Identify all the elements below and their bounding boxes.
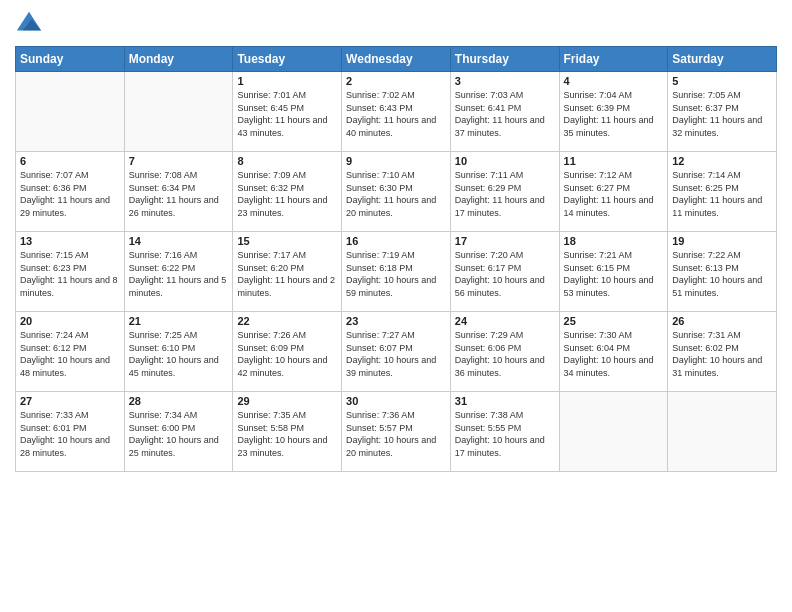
day-number: 14 <box>129 235 229 247</box>
day-number: 15 <box>237 235 337 247</box>
day-number: 27 <box>20 395 120 407</box>
day-info: Sunrise: 7:26 AMSunset: 6:09 PMDaylight:… <box>237 329 337 379</box>
calendar-day-cell: 17Sunrise: 7:20 AMSunset: 6:17 PMDayligh… <box>450 232 559 312</box>
day-info: Sunrise: 7:27 AMSunset: 6:07 PMDaylight:… <box>346 329 446 379</box>
calendar-day-cell: 30Sunrise: 7:36 AMSunset: 5:57 PMDayligh… <box>342 392 451 472</box>
day-info: Sunrise: 7:09 AMSunset: 6:32 PMDaylight:… <box>237 169 337 219</box>
day-content: 17Sunrise: 7:20 AMSunset: 6:17 PMDayligh… <box>455 235 555 299</box>
day-number: 25 <box>564 315 664 327</box>
day-content: 9Sunrise: 7:10 AMSunset: 6:30 PMDaylight… <box>346 155 446 219</box>
calendar-day-cell: 25Sunrise: 7:30 AMSunset: 6:04 PMDayligh… <box>559 312 668 392</box>
day-number: 24 <box>455 315 555 327</box>
day-content: 25Sunrise: 7:30 AMSunset: 6:04 PMDayligh… <box>564 315 664 379</box>
calendar-day-cell: 31Sunrise: 7:38 AMSunset: 5:55 PMDayligh… <box>450 392 559 472</box>
day-content: 30Sunrise: 7:36 AMSunset: 5:57 PMDayligh… <box>346 395 446 459</box>
day-info: Sunrise: 7:04 AMSunset: 6:39 PMDaylight:… <box>564 89 664 139</box>
logo-icon <box>15 10 43 38</box>
calendar-day-cell: 12Sunrise: 7:14 AMSunset: 6:25 PMDayligh… <box>668 152 777 232</box>
day-info: Sunrise: 7:33 AMSunset: 6:01 PMDaylight:… <box>20 409 120 459</box>
day-info: Sunrise: 7:22 AMSunset: 6:13 PMDaylight:… <box>672 249 772 299</box>
day-number: 2 <box>346 75 446 87</box>
day-number: 21 <box>129 315 229 327</box>
day-content: 29Sunrise: 7:35 AMSunset: 5:58 PMDayligh… <box>237 395 337 459</box>
day-number: 9 <box>346 155 446 167</box>
day-info: Sunrise: 7:03 AMSunset: 6:41 PMDaylight:… <box>455 89 555 139</box>
day-number: 22 <box>237 315 337 327</box>
day-info: Sunrise: 7:19 AMSunset: 6:18 PMDaylight:… <box>346 249 446 299</box>
day-content: 1Sunrise: 7:01 AMSunset: 6:45 PMDaylight… <box>237 75 337 139</box>
calendar-day-cell: 15Sunrise: 7:17 AMSunset: 6:20 PMDayligh… <box>233 232 342 312</box>
day-content: 19Sunrise: 7:22 AMSunset: 6:13 PMDayligh… <box>672 235 772 299</box>
day-number: 17 <box>455 235 555 247</box>
day-info: Sunrise: 7:01 AMSunset: 6:45 PMDaylight:… <box>237 89 337 139</box>
calendar-week-row: 6Sunrise: 7:07 AMSunset: 6:36 PMDaylight… <box>16 152 777 232</box>
calendar-day-cell: 18Sunrise: 7:21 AMSunset: 6:15 PMDayligh… <box>559 232 668 312</box>
calendar-day-cell: 6Sunrise: 7:07 AMSunset: 6:36 PMDaylight… <box>16 152 125 232</box>
day-info: Sunrise: 7:12 AMSunset: 6:27 PMDaylight:… <box>564 169 664 219</box>
day-content: 10Sunrise: 7:11 AMSunset: 6:29 PMDayligh… <box>455 155 555 219</box>
calendar-day-cell <box>668 392 777 472</box>
day-info: Sunrise: 7:38 AMSunset: 5:55 PMDaylight:… <box>455 409 555 459</box>
weekday-header-row: SundayMondayTuesdayWednesdayThursdayFrid… <box>16 47 777 72</box>
day-content: 4Sunrise: 7:04 AMSunset: 6:39 PMDaylight… <box>564 75 664 139</box>
calendar-table: SundayMondayTuesdayWednesdayThursdayFrid… <box>15 46 777 472</box>
day-content: 11Sunrise: 7:12 AMSunset: 6:27 PMDayligh… <box>564 155 664 219</box>
calendar-day-cell <box>16 72 125 152</box>
calendar-day-cell: 24Sunrise: 7:29 AMSunset: 6:06 PMDayligh… <box>450 312 559 392</box>
day-content: 24Sunrise: 7:29 AMSunset: 6:06 PMDayligh… <box>455 315 555 379</box>
day-number: 4 <box>564 75 664 87</box>
day-number: 13 <box>20 235 120 247</box>
calendar-day-cell: 5Sunrise: 7:05 AMSunset: 6:37 PMDaylight… <box>668 72 777 152</box>
calendar-day-cell: 22Sunrise: 7:26 AMSunset: 6:09 PMDayligh… <box>233 312 342 392</box>
weekday-header: Sunday <box>16 47 125 72</box>
day-info: Sunrise: 7:31 AMSunset: 6:02 PMDaylight:… <box>672 329 772 379</box>
day-number: 19 <box>672 235 772 247</box>
day-number: 10 <box>455 155 555 167</box>
day-content: 15Sunrise: 7:17 AMSunset: 6:20 PMDayligh… <box>237 235 337 299</box>
day-number: 8 <box>237 155 337 167</box>
calendar-day-cell: 21Sunrise: 7:25 AMSunset: 6:10 PMDayligh… <box>124 312 233 392</box>
day-content: 20Sunrise: 7:24 AMSunset: 6:12 PMDayligh… <box>20 315 120 379</box>
day-content: 18Sunrise: 7:21 AMSunset: 6:15 PMDayligh… <box>564 235 664 299</box>
day-number: 16 <box>346 235 446 247</box>
calendar-week-row: 1Sunrise: 7:01 AMSunset: 6:45 PMDaylight… <box>16 72 777 152</box>
day-info: Sunrise: 7:08 AMSunset: 6:34 PMDaylight:… <box>129 169 229 219</box>
day-info: Sunrise: 7:11 AMSunset: 6:29 PMDaylight:… <box>455 169 555 219</box>
day-content: 28Sunrise: 7:34 AMSunset: 6:00 PMDayligh… <box>129 395 229 459</box>
day-number: 5 <box>672 75 772 87</box>
day-content: 23Sunrise: 7:27 AMSunset: 6:07 PMDayligh… <box>346 315 446 379</box>
calendar-day-cell: 28Sunrise: 7:34 AMSunset: 6:00 PMDayligh… <box>124 392 233 472</box>
day-info: Sunrise: 7:30 AMSunset: 6:04 PMDaylight:… <box>564 329 664 379</box>
day-content: 22Sunrise: 7:26 AMSunset: 6:09 PMDayligh… <box>237 315 337 379</box>
day-number: 1 <box>237 75 337 87</box>
weekday-header: Friday <box>559 47 668 72</box>
day-number: 28 <box>129 395 229 407</box>
day-content: 27Sunrise: 7:33 AMSunset: 6:01 PMDayligh… <box>20 395 120 459</box>
day-info: Sunrise: 7:29 AMSunset: 6:06 PMDaylight:… <box>455 329 555 379</box>
calendar-day-cell: 29Sunrise: 7:35 AMSunset: 5:58 PMDayligh… <box>233 392 342 472</box>
calendar-day-cell: 14Sunrise: 7:16 AMSunset: 6:22 PMDayligh… <box>124 232 233 312</box>
day-content: 31Sunrise: 7:38 AMSunset: 5:55 PMDayligh… <box>455 395 555 459</box>
calendar-day-cell: 1Sunrise: 7:01 AMSunset: 6:45 PMDaylight… <box>233 72 342 152</box>
day-number: 30 <box>346 395 446 407</box>
day-content: 3Sunrise: 7:03 AMSunset: 6:41 PMDaylight… <box>455 75 555 139</box>
day-content: 2Sunrise: 7:02 AMSunset: 6:43 PMDaylight… <box>346 75 446 139</box>
calendar-day-cell: 4Sunrise: 7:04 AMSunset: 6:39 PMDaylight… <box>559 72 668 152</box>
calendar-week-row: 13Sunrise: 7:15 AMSunset: 6:23 PMDayligh… <box>16 232 777 312</box>
day-content: 13Sunrise: 7:15 AMSunset: 6:23 PMDayligh… <box>20 235 120 299</box>
day-info: Sunrise: 7:35 AMSunset: 5:58 PMDaylight:… <box>237 409 337 459</box>
day-content: 8Sunrise: 7:09 AMSunset: 6:32 PMDaylight… <box>237 155 337 219</box>
day-number: 12 <box>672 155 772 167</box>
day-info: Sunrise: 7:05 AMSunset: 6:37 PMDaylight:… <box>672 89 772 139</box>
day-info: Sunrise: 7:16 AMSunset: 6:22 PMDaylight:… <box>129 249 229 299</box>
calendar-day-cell: 8Sunrise: 7:09 AMSunset: 6:32 PMDaylight… <box>233 152 342 232</box>
calendar-day-cell <box>124 72 233 152</box>
day-content: 14Sunrise: 7:16 AMSunset: 6:22 PMDayligh… <box>129 235 229 299</box>
day-content: 7Sunrise: 7:08 AMSunset: 6:34 PMDaylight… <box>129 155 229 219</box>
calendar-day-cell <box>559 392 668 472</box>
day-content: 21Sunrise: 7:25 AMSunset: 6:10 PMDayligh… <box>129 315 229 379</box>
calendar-day-cell: 2Sunrise: 7:02 AMSunset: 6:43 PMDaylight… <box>342 72 451 152</box>
calendar-day-cell: 9Sunrise: 7:10 AMSunset: 6:30 PMDaylight… <box>342 152 451 232</box>
day-content: 5Sunrise: 7:05 AMSunset: 6:37 PMDaylight… <box>672 75 772 139</box>
day-number: 23 <box>346 315 446 327</box>
